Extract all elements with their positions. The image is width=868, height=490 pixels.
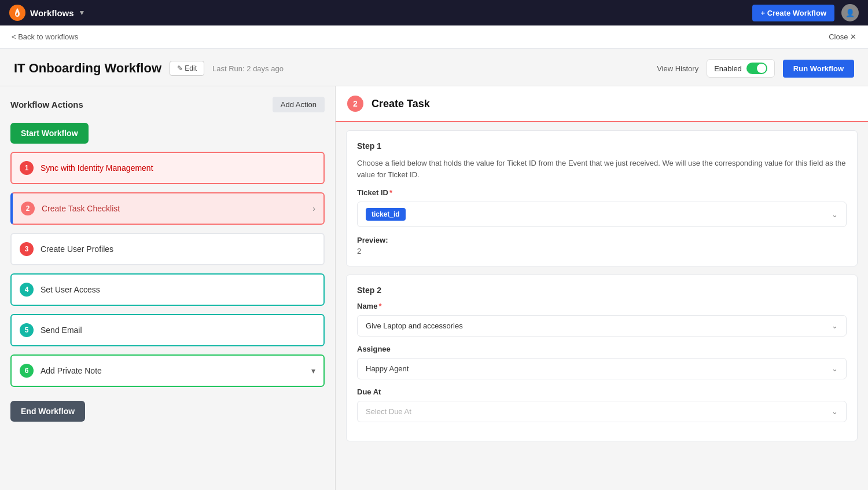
brand-chevron-icon: ▼: [79, 9, 86, 17]
due-at-placeholder: Select Due At: [366, 407, 411, 416]
start-workflow-button[interactable]: Start Workflow: [10, 123, 89, 144]
view-history-link[interactable]: View History: [657, 64, 698, 73]
panel-header: Workflow Actions Add Action: [10, 97, 325, 112]
left-panel: Workflow Actions Add Action Start Workfl…: [0, 86, 336, 490]
run-workflow-button[interactable]: Run Workflow: [783, 60, 854, 78]
name-chevron-icon: ⌄: [832, 321, 838, 330]
step-2-number: 2: [21, 202, 35, 215]
workflow-header: IT Onboarding Workflow ✎ Edit Last Run: …: [0, 49, 868, 86]
workflow-step-5[interactable]: 5 Send Email: [10, 314, 325, 346]
end-workflow-button[interactable]: End Workflow: [10, 401, 85, 422]
workflow-header-right: View History Enabled Run Workflow: [657, 59, 854, 78]
edit-workflow-button[interactable]: ✎ Edit: [170, 61, 204, 76]
brand-logo-icon: [9, 5, 25, 21]
ticket-id-label: Ticket ID*: [357, 188, 847, 197]
preview-area: Preview: 2: [357, 235, 847, 255]
right-step-1-section: Step 1 Choose a field below that holds t…: [346, 130, 858, 266]
right-step-badge: 2: [347, 96, 363, 112]
due-at-label: Due At: [357, 387, 847, 396]
brand-area: Workflows ▼: [9, 5, 85, 21]
right-panel: 2 Create Task Step 1 Choose a field belo…: [336, 86, 868, 490]
step-4-number: 4: [20, 283, 34, 297]
last-run-text: Last Run: 2 days ago: [212, 64, 284, 73]
name-select[interactable]: Give Laptop and accessories ⌄: [357, 315, 847, 337]
assignee-label: Assignee: [357, 345, 847, 353]
workflow-title: IT Onboarding Workflow: [14, 61, 161, 76]
preview-label: Preview:: [357, 236, 388, 244]
ticket-id-chevron-icon: ⌄: [832, 210, 838, 219]
create-workflow-button[interactable]: + Create Workflow: [752, 5, 834, 21]
step-2-chevron-icon: ›: [312, 204, 315, 213]
brand-name: Workflows: [30, 8, 74, 18]
user-avatar[interactable]: 👤: [841, 4, 859, 21]
step-1-description: Choose a field below that holds the valu…: [357, 158, 847, 180]
workflow-step-6[interactable]: 6 Add Private Note ▾: [10, 354, 325, 387]
step-5-label: Send Email: [41, 326, 315, 335]
ticket-id-select[interactable]: ticket_id ⌄: [357, 202, 847, 227]
step-6-label: Add Private Note: [41, 366, 307, 375]
step-6-expand-icon[interactable]: ▾: [311, 366, 315, 375]
workflow-step-2[interactable]: 2 Create Task Checklist ›: [10, 192, 325, 225]
preview-value: 2: [357, 247, 847, 255]
due-at-chevron-icon: ⌄: [832, 407, 838, 416]
step-2-label: Create Task Checklist: [42, 204, 308, 213]
assignee-value: Happy Agent: [366, 364, 409, 373]
step-1-label: Sync with Identity Management: [41, 163, 315, 173]
workflow-step-1[interactable]: 1 Sync with Identity Management: [10, 152, 325, 184]
step-5-number: 5: [20, 323, 34, 337]
name-value: Give Laptop and accessories: [366, 321, 463, 330]
enabled-toggle-container: Enabled: [707, 59, 775, 78]
add-action-button[interactable]: Add Action: [273, 97, 325, 112]
step-6-number: 6: [20, 364, 34, 378]
step-3-label: Create User Profiles: [41, 244, 315, 254]
back-to-workflows-link[interactable]: < Back to workflows: [12, 32, 78, 41]
due-at-select[interactable]: Select Due At ⌄: [357, 401, 847, 422]
step-1-number: 1: [20, 161, 34, 175]
workflow-step-4[interactable]: 4 Set User Access: [10, 273, 325, 306]
breadcrumb-bar: < Back to workflows Close ✕: [0, 25, 868, 49]
right-step-2-section: Step 2 Name* Give Laptop and accessories…: [346, 275, 858, 441]
assignee-select[interactable]: Happy Agent ⌄: [357, 358, 847, 379]
step-3-number: 3: [20, 242, 34, 256]
assignee-chevron-icon: ⌄: [832, 364, 838, 373]
enabled-toggle[interactable]: [746, 63, 767, 74]
top-nav-right: + Create Workflow 👤: [752, 4, 859, 21]
name-label: Name*: [357, 302, 847, 310]
step-4-label: Set User Access: [41, 285, 315, 294]
workflow-step-3[interactable]: 3 Create User Profiles: [10, 233, 325, 265]
ticket-id-tag: ticket_id: [366, 208, 406, 221]
panel-title: Workflow Actions: [10, 100, 83, 109]
step-1-section-title: Step 1: [357, 141, 847, 151]
user-initial: 👤: [845, 9, 855, 17]
enabled-label: Enabled: [714, 64, 742, 73]
right-panel-header: 2 Create Task: [336, 86, 868, 122]
step-2-section-title: Step 2: [357, 286, 847, 295]
top-nav: Workflows ▼ + Create Workflow 👤: [0, 0, 868, 25]
close-button[interactable]: Close ✕: [829, 32, 856, 41]
right-panel-title: Create Task: [372, 98, 430, 110]
workflow-header-left: IT Onboarding Workflow ✎ Edit Last Run: …: [14, 61, 284, 76]
main-content: Workflow Actions Add Action Start Workfl…: [0, 86, 868, 490]
